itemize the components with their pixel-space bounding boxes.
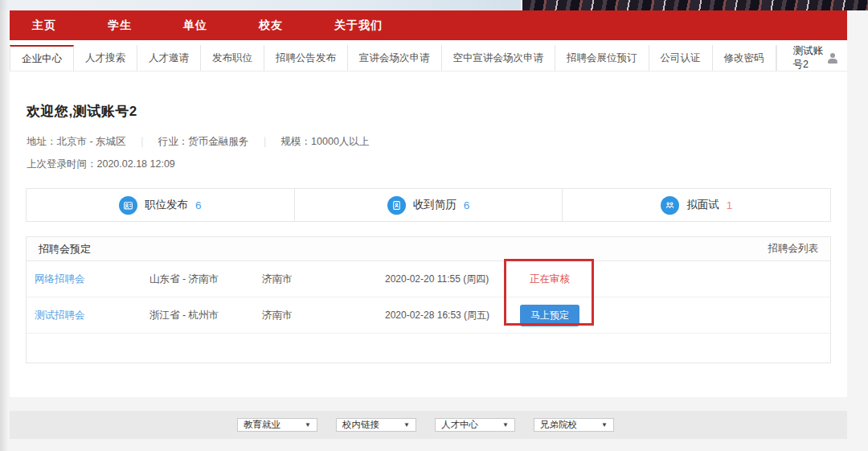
industry-value: 货币金融服务 <box>188 135 248 149</box>
fair-region-cell: 山东省 - 济南市 <box>149 273 262 286</box>
tab-talent-search[interactable]: 人才搜索 <box>74 45 137 71</box>
left-edge-shadow <box>0 0 8 451</box>
fair-city-cell: 济南市 <box>262 273 385 286</box>
banner-crowd-photo <box>522 0 868 10</box>
stat-planned-interviews[interactable]: 拟面试 1 <box>562 189 830 221</box>
table-row: 网络招聘会 山东省 - 济南市 济南市 2020-02-20 11:55 (周四… <box>27 261 830 297</box>
stat-value: 6 <box>195 199 202 211</box>
fair-status-cell: 马上预定 <box>502 305 598 326</box>
stat-label: 收到简历 <box>413 198 457 212</box>
nav-item-home[interactable]: 主页 <box>32 18 56 33</box>
tab-enterprise-center[interactable]: 企业中心 <box>10 45 74 71</box>
tab-post-job[interactable]: 发布职位 <box>201 45 264 71</box>
fair-status-cell: 正在审核 <box>502 273 598 286</box>
fair-city-cell: 济南市 <box>262 309 385 322</box>
main-nav: 主页 学生 单位 校友 关于我们 <box>10 10 847 40</box>
fair-name-cell: 网络招聘会 <box>35 273 149 286</box>
nav-item-alumni[interactable]: 校友 <box>259 18 283 33</box>
fair-region-cell: 浙江省 - 杭州市 <box>149 309 262 322</box>
tab-info-session-apply[interactable]: 宣讲会场次申请 <box>348 45 442 71</box>
address-value: 北京市 - 东城区 <box>57 135 126 149</box>
stat-resumes-received[interactable]: 收到简历 6 <box>294 189 563 221</box>
dropdown-label: 教育就业 <box>244 419 280 431</box>
resume-icon <box>387 196 406 215</box>
user-icon <box>828 53 834 64</box>
content-card: 企业中心 人才搜索 人才邀请 发布职位 招聘公告发布 宣讲会场次申请 空中宣讲会… <box>10 40 847 397</box>
chevron-down-icon: ▼ <box>403 421 410 428</box>
tab-company-verification[interactable]: 公司认证 <box>649 45 713 71</box>
job-fair-card-title: 招聘会预定 <box>39 242 91 256</box>
stat-value: 1 <box>727 199 733 211</box>
status-under-review: 正在审核 <box>530 273 570 286</box>
fair-time-cell: 2020-02-20 11:55 (周四) <box>385 273 502 286</box>
job-fair-card-header: 招聘会预定 招聘会列表 <box>27 237 830 261</box>
tab-talent-invite[interactable]: 人才邀请 <box>137 45 201 71</box>
dropdown-campus-links[interactable]: 校内链接 ▼ <box>336 418 416 432</box>
divider: ｜ <box>260 135 269 149</box>
stat-value: 6 <box>464 199 470 211</box>
tab-online-info-session-apply[interactable]: 空中宣讲会场次申请 <box>442 45 556 71</box>
stats-strip: 职位发布 6 收到简历 6 <box>26 188 831 222</box>
footer-links-band: 教育就业 ▼ 校内链接 ▼ 人才中心 ▼ 兄弟院校 ▼ <box>10 411 847 439</box>
dropdown-label: 人才中心 <box>441 419 478 431</box>
job-post-icon <box>119 196 137 215</box>
page-title: 欢迎您,测试账号2 <box>27 102 831 121</box>
divider: ｜ <box>137 135 147 149</box>
dropdown-education-employment[interactable]: 教育就业 ▼ <box>237 418 317 432</box>
last-login-label: 上次登录时间： <box>27 158 97 170</box>
fair-time-cell: 2020-02-28 16:53 (周五) <box>385 309 502 322</box>
dropdown-label: 兄弟院校 <box>540 419 577 431</box>
interview-icon <box>661 196 679 215</box>
last-login-line: 上次登录时间：2020.02.18 12:09 <box>27 158 831 171</box>
chevron-down-icon: ▼ <box>502 421 509 428</box>
job-fair-booking-card: 招聘会预定 招聘会列表 网络招聘会 山东省 - 济南市 济南市 2020-02-… <box>26 236 831 363</box>
welcome-section: 欢迎您,测试账号2 地址：北京市 - 东城区 ｜ 行业：货币金融服务 ｜ 规模：… <box>10 72 847 171</box>
address-label: 地址： <box>27 135 57 149</box>
scale-value: 10000人以上 <box>311 135 369 149</box>
table-row: 测试招聘会 浙江省 - 杭州市 济南市 2020-02-28 16:53 (周五… <box>27 297 830 334</box>
nav-item-about[interactable]: 关于我们 <box>334 18 383 33</box>
nav-item-students[interactable]: 学生 <box>108 18 132 33</box>
company-info-line: 地址：北京市 - 东城区 ｜ 行业：货币金融服务 ｜ 规模：10000人以上 <box>27 135 831 149</box>
tab-recruit-announcement[interactable]: 招聘公告发布 <box>264 45 348 71</box>
nav-item-employers[interactable]: 单位 <box>183 18 207 33</box>
stat-label: 拟面试 <box>686 198 719 212</box>
fair-name-link[interactable]: 网络招聘会 <box>35 273 85 285</box>
tab-bar: 企业中心 人才搜索 人才邀请 发布职位 招聘公告发布 宣讲会场次申请 空中宣讲会… <box>10 45 847 72</box>
dropdown-sister-schools[interactable]: 兄弟院校 ▼ <box>534 418 614 432</box>
banner-image <box>0 0 868 10</box>
dropdown-label: 校内链接 <box>342 419 379 431</box>
account-menu[interactable]: 测试账号2 <box>776 45 848 71</box>
industry-label: 行业： <box>158 135 189 149</box>
book-now-button[interactable]: 马上预定 <box>520 305 579 326</box>
last-login-value: 2020.02.18 12:09 <box>97 158 175 170</box>
tab-change-password[interactable]: 修改密码 <box>713 45 776 71</box>
fair-name-cell: 测试招聘会 <box>35 309 149 322</box>
tab-booth-booking[interactable]: 招聘会展位预订 <box>555 45 649 71</box>
job-fair-list-link[interactable]: 招聘会列表 <box>768 242 819 256</box>
scale-label: 规模： <box>281 135 312 149</box>
stat-jobs-posted[interactable]: 职位发布 6 <box>27 189 294 221</box>
chevron-down-icon: ▼ <box>601 421 608 428</box>
dropdown-talent-center[interactable]: 人才中心 ▼ <box>435 418 515 432</box>
stat-label: 职位发布 <box>145 198 188 212</box>
account-name: 测试账号2 <box>793 44 824 72</box>
page: 主页 学生 单位 校友 关于我们 企业中心 人才搜索 人才邀请 发布职位 招聘公… <box>0 0 868 451</box>
fair-name-link[interactable]: 测试招聘会 <box>35 310 85 321</box>
chevron-down-icon: ▼ <box>305 421 311 428</box>
